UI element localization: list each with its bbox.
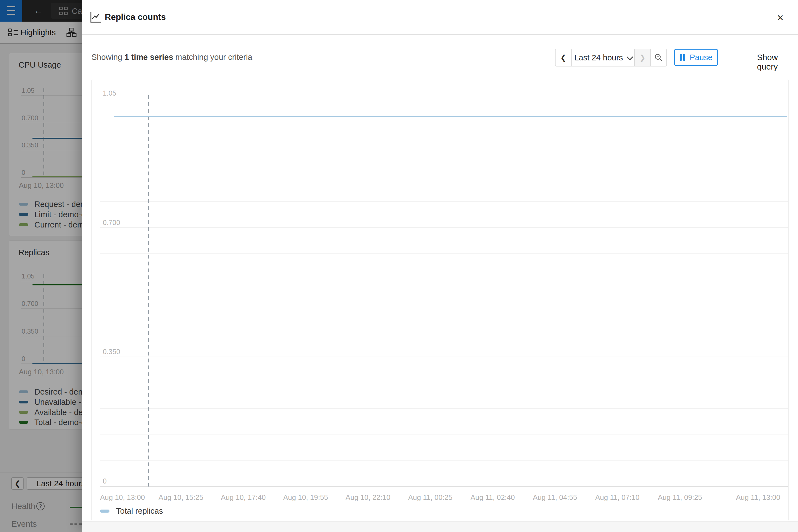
chart-line-icon: [90, 12, 101, 23]
modal-backdrop[interactable]: [0, 0, 82, 532]
pause-icon: [680, 54, 685, 61]
chevron-down-icon: [627, 54, 633, 60]
x-axis-tick: Aug 10, 15:25: [158, 493, 203, 502]
y-axis-tick: 0: [103, 477, 107, 485]
gridline: [100, 98, 788, 98]
range-dropdown[interactable]: Last 24 hours: [571, 49, 634, 66]
gridline: [100, 253, 788, 253]
zoom-out-icon: [654, 54, 663, 62]
gridline: [100, 408, 788, 409]
gridline: [100, 331, 788, 331]
y-axis-tick: 1.05: [103, 89, 116, 97]
gridline: [100, 486, 788, 487]
gridline: [100, 124, 788, 124]
pause-button[interactable]: Pause: [674, 49, 718, 66]
gridline: [100, 357, 788, 357]
modal-footer: [82, 521, 798, 532]
zoom-out-button[interactable]: [650, 49, 666, 66]
x-axis-tick: Aug 11, 07:10: [595, 493, 640, 502]
x-axis-tick: Aug 10, 19:55: [283, 493, 328, 502]
x-axis-tick: Aug 11, 13:00: [736, 493, 780, 502]
legend-swatch: [100, 510, 110, 513]
gridline: [100, 305, 788, 305]
prev-range-button[interactable]: ❮: [555, 49, 571, 66]
time-cursor-dashed-line: [148, 95, 149, 487]
replica-counts-modal: Replica counts ✕ Showing 1 time series m…: [82, 0, 798, 532]
x-axis-tick: Aug 10, 17:40: [221, 493, 266, 502]
gridline: [100, 383, 788, 383]
show-query-label: Show query: [757, 53, 798, 72]
x-axis-tick: Aug 11, 09:25: [658, 493, 702, 502]
gridline: [100, 279, 788, 279]
x-axis-tick: Aug 11, 02:40: [471, 493, 515, 502]
series-line-total-replicas: [114, 116, 787, 117]
x-axis-tick: Aug 10, 22:10: [345, 493, 391, 502]
x-axis-tick: Aug 11, 00:25: [408, 493, 453, 502]
legend-label: Total replicas: [116, 507, 163, 516]
gridline: [100, 460, 788, 460]
gridline: [100, 227, 788, 228]
next-range-button[interactable]: ❯: [634, 49, 650, 66]
x-axis-tick: Aug 11, 04:55: [533, 493, 577, 502]
screen: ← Ca Highlights CPU Usage1.05: [0, 0, 798, 532]
modal-header: Replica counts ✕: [82, 0, 798, 35]
modal-title: Replica counts: [105, 12, 166, 22]
x-axis-tick: Aug 10, 13:00: [100, 493, 145, 502]
close-icon[interactable]: ✕: [774, 12, 786, 24]
time-range-control-group: ❮ Last 24 hours ❯: [555, 49, 667, 66]
replica-counts-chart: 1.050.7000.3500Aug 10, 13:00Aug 10, 15:2…: [92, 79, 788, 521]
y-axis-tick: 0.700: [103, 218, 120, 227]
legend-item[interactable]: Total replicas: [100, 506, 163, 516]
gridline: [100, 176, 788, 176]
series-summary: Showing 1 time series matching your crit…: [92, 53, 252, 62]
gridline: [100, 434, 788, 435]
gridline: [100, 202, 788, 202]
gridline: [100, 150, 788, 150]
y-axis-tick: 0.350: [103, 348, 120, 356]
